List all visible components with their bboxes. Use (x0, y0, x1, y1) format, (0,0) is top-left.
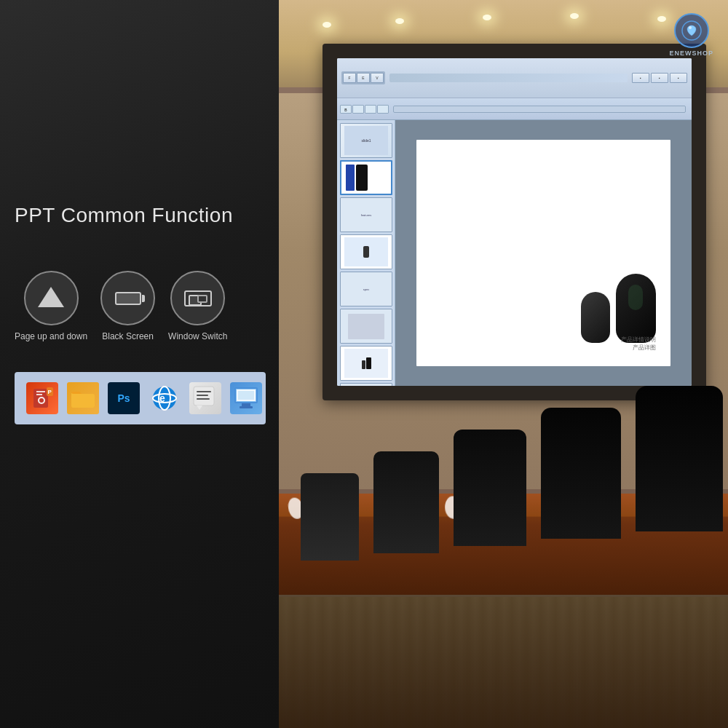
slide-thumb-8[interactable]: packaging (340, 383, 392, 386)
logo-text: ENEWSHOP (669, 50, 713, 57)
toolbar-btn-r2: ▪ (651, 73, 668, 83)
thumb-device-1 (346, 165, 355, 191)
battery-icon (115, 292, 141, 305)
page-updown-item: Page up and down (15, 271, 87, 343)
td2 (366, 357, 371, 369)
ppt-title: PPT Common Function (15, 204, 233, 227)
thumb-content-2 (344, 163, 388, 192)
tb2-btn4 (377, 105, 389, 114)
app-icon-notes[interactable] (189, 382, 221, 414)
slide-thumb-2[interactable] (340, 160, 392, 195)
thumb-content-4 (344, 237, 388, 266)
slide-thumb-6[interactable] (340, 309, 392, 344)
black-screen-label: Black Screen (102, 331, 154, 343)
thumb-device-small (363, 246, 369, 258)
slide-text-line1: 产品详情说明 (621, 336, 656, 344)
svg-rect-2 (36, 394, 42, 395)
svg-rect-12 (197, 391, 211, 392)
ceiling-light-1 (323, 22, 331, 28)
conference-room-bg: F E V ▪ ▪ ▪ B (279, 0, 728, 728)
device-large (616, 274, 656, 343)
slide-thumb-7[interactable] (340, 346, 392, 381)
ceiling-light-3 (483, 15, 491, 20)
app-icon-photoshop[interactable]: Ps (108, 382, 140, 414)
svg-rect-19 (240, 406, 253, 408)
toolbar-btn-r3: ▪ (670, 73, 687, 83)
chair-2 (373, 451, 439, 553)
svg-point-4 (39, 398, 44, 403)
toolbar-btn-2: E (357, 73, 370, 83)
thumb-content-7 (344, 349, 388, 378)
thumb-content-1: slide1 (344, 126, 388, 155)
ppt-sidebar: slide1 features (337, 120, 395, 386)
svg-rect-13 (197, 395, 208, 396)
svg-marker-15 (197, 405, 202, 410)
slide-product-text: 产品详情说明 产品详图 (621, 336, 656, 352)
slide-thumb-3[interactable]: features (340, 197, 392, 232)
ceiling-light-2 (395, 18, 404, 24)
slide-thumb-4[interactable] (340, 234, 392, 269)
tb2-btn1: B (340, 105, 352, 114)
tb2-btn3 (365, 105, 376, 114)
window-switch-item: Window Switch (168, 271, 227, 343)
projection-screen-frame: F E V ▪ ▪ ▪ B (323, 44, 706, 400)
slide-thumb-5[interactable]: spec (340, 272, 392, 306)
function-icons-row: Page up and down Black Screen Window Swi… (15, 271, 227, 343)
toolbar-group-1: F E V (341, 71, 385, 84)
device-screen (628, 285, 643, 310)
ceiling-light-5 (657, 16, 666, 22)
app-icon-ie[interactable]: e (149, 382, 181, 414)
toolbar2-buttons: B (340, 105, 389, 114)
window-inner (197, 295, 207, 303)
ppt-body: slide1 features (337, 120, 692, 386)
slide-text-line2: 产品详图 (621, 344, 656, 352)
chair-1 (301, 473, 359, 561)
svg-rect-18 (242, 403, 250, 406)
thumb-content-6 (348, 314, 384, 339)
svg-text:e: e (159, 392, 165, 404)
window-switch-circle[interactable] (170, 271, 225, 325)
chair-4 (541, 408, 621, 539)
app-icons-strip: P Ps e (15, 372, 266, 424)
page-updown-label: Page up and down (15, 331, 87, 343)
app-icon-powerpoint[interactable]: P (26, 382, 58, 414)
left-panel: PPT Common Function Page up and down Bla… (0, 0, 279, 728)
window-switch-label: Window Switch (168, 331, 227, 343)
svg-rect-14 (197, 398, 210, 400)
screen-inner: F E V ▪ ▪ ▪ B (337, 58, 692, 386)
carpet (279, 597, 728, 728)
page-updown-circle[interactable] (24, 271, 79, 325)
device-small (581, 292, 610, 343)
app-icon-folder[interactable] (67, 382, 99, 414)
thumb-content-5: spec (362, 286, 371, 293)
toolbar-btn-1: F (343, 73, 356, 83)
app-icon-mycomputer[interactable] (230, 382, 262, 414)
chair-5 (636, 386, 723, 531)
thumb-devices (362, 357, 371, 369)
ppt-toolbar: F E V ▪ ▪ ▪ (337, 58, 692, 98)
thumb-content-3: features (360, 212, 373, 218)
tb2-btn2 (352, 105, 364, 114)
td1 (362, 360, 365, 369)
logo-icon (674, 13, 709, 48)
chair-3 (454, 430, 526, 546)
toolbar-btn-r1: ▪ (632, 73, 649, 83)
right-panel: F E V ▪ ▪ ▪ B (279, 0, 728, 728)
ceiling-light-4 (570, 13, 579, 19)
ppt-toolbar-2: B (337, 98, 692, 120)
slide-thumb-1[interactable]: slide1 (340, 123, 392, 158)
triangle-icon (38, 287, 64, 307)
toolbar-buttons-right: ▪ ▪ ▪ (632, 73, 687, 83)
thumb-device-2 (356, 165, 368, 191)
black-screen-circle[interactable] (100, 271, 155, 325)
logo-area: ENEWSHOP (669, 13, 713, 57)
svg-rect-21 (238, 391, 254, 400)
ppt-application: F E V ▪ ▪ ▪ B (337, 58, 692, 386)
product-display (581, 151, 656, 343)
toolbar-btn-3: V (371, 73, 384, 83)
black-screen-item: Black Screen (100, 271, 155, 343)
window-switch-icon (184, 290, 212, 306)
ppt-slide-main: 产品详情说明 产品详图 (416, 140, 670, 366)
svg-rect-1 (36, 391, 45, 392)
svg-text:P: P (48, 389, 52, 395)
